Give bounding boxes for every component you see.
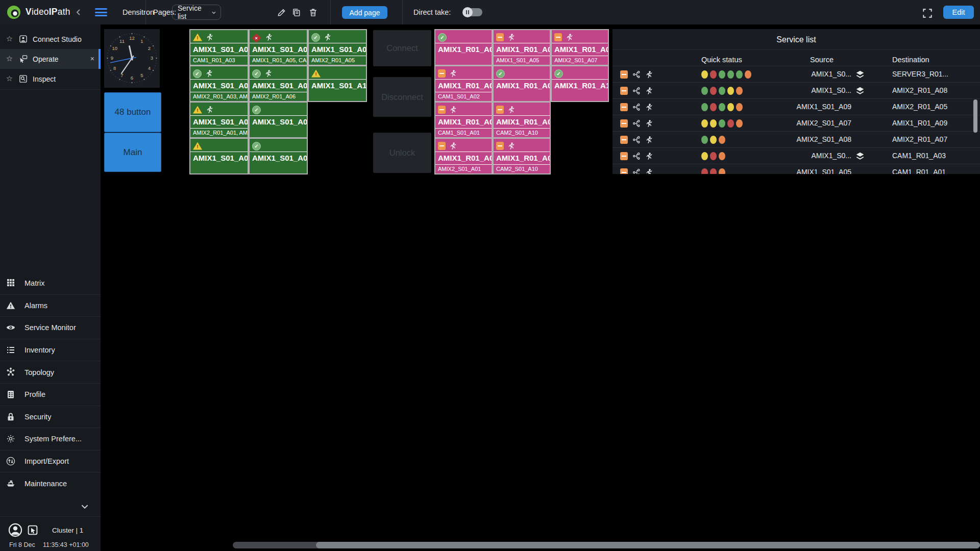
disconnect-button[interactable]: Disconnect xyxy=(373,77,431,117)
service-row[interactable]: AMIX2_S01_A07AMIX1_R01_A09 xyxy=(612,115,980,132)
direct-take-toggle[interactable] xyxy=(462,7,483,17)
button-title: AMIX1_S01_A10 xyxy=(309,79,366,92)
profile-icon xyxy=(6,389,16,399)
source-button[interactable]: ✓AMIX1_S01_A09AMIX2_R01_A05 xyxy=(309,30,366,65)
button-title: AMIX1_S01_A01 xyxy=(190,43,248,56)
dest-button[interactable]: AMIX1_R01_A07CAM2_S01_A10 xyxy=(494,103,550,137)
button-title: AMIX1_S01_A06 xyxy=(250,79,307,92)
sidebar-item-inspect[interactable]: ☆Inspect xyxy=(0,69,101,89)
running-man-icon xyxy=(449,106,457,114)
running-man-icon xyxy=(645,87,653,95)
pages-select[interactable]: Service list xyxy=(172,5,221,20)
minus-icon xyxy=(438,142,446,150)
clock-widget: 123456789101112 xyxy=(104,29,160,88)
session-jump-icon[interactable] xyxy=(27,524,39,536)
dest-button[interactable]: ✓AMIX1_R01_A06 xyxy=(494,66,550,101)
service-list-scrollbar[interactable] xyxy=(973,99,977,133)
sidebar-collapse-icon[interactable] xyxy=(75,8,83,16)
source-button[interactable]: ✓AMIX1_S01_A06AMIX2_R01_A06 xyxy=(250,66,307,101)
share-icon xyxy=(632,87,641,95)
rename-page-icon[interactable] xyxy=(277,8,286,17)
button-subtitle: AMIX1_S01_A05 xyxy=(494,56,550,64)
sidebar-item-import-export[interactable]: Import/Export xyxy=(0,450,101,472)
service-row[interactable]: AMIX1_S0...SERVER3_R01... xyxy=(612,66,980,83)
sidebar-expander[interactable] xyxy=(0,496,101,516)
add-page-button[interactable]: Add page xyxy=(342,6,387,19)
destination-cell: CAM1_R01_A03 xyxy=(892,152,946,160)
source-button[interactable]: !AMIX1_S01_A10 xyxy=(309,66,366,101)
status-dot-green xyxy=(719,70,725,79)
sidebar-item-label: Topology xyxy=(24,368,54,377)
service-row[interactable]: AMIX1_S01_A09AMIX2_R01_A05 xyxy=(612,99,980,115)
source-button[interactable]: !AMIX1_S01_A01CAM1_R01_A03 xyxy=(190,30,248,65)
panel-page-button-main[interactable]: Main xyxy=(104,133,161,172)
topology-icon xyxy=(6,367,16,377)
button-title: AMIX1_R01_A05 xyxy=(494,43,550,56)
delete-page-icon[interactable] xyxy=(308,8,318,17)
edit-button[interactable]: Edit xyxy=(943,6,974,19)
sidebar-item-alarms[interactable]: Alarms xyxy=(0,294,101,317)
menu-icon[interactable] xyxy=(95,8,107,16)
svg-text:9: 9 xyxy=(111,55,113,61)
canvas-hscroll-thumb[interactable] xyxy=(316,542,980,548)
favorite-star-icon[interactable]: ☆ xyxy=(5,34,14,43)
sidebar-item-topology[interactable]: Topology xyxy=(0,361,101,383)
button-status-icons xyxy=(494,30,550,43)
dest-button[interactable]: AMIX1_R01_A03CAM1_S01_A01 xyxy=(435,103,492,137)
sidebar-item-service-monitor[interactable]: Service Monitor xyxy=(0,316,101,339)
favorite-star-icon[interactable]: ☆ xyxy=(5,74,14,83)
dest-button[interactable]: ✓AMIX1_R01_A10 xyxy=(552,66,608,101)
service-row[interactable]: AMIX1_S0...AMIX2_R01_A08 xyxy=(612,83,980,99)
sidebar-item-maintenance[interactable]: Maintenance xyxy=(0,472,101,494)
divider xyxy=(145,0,146,24)
divider xyxy=(330,0,331,24)
button-status-icons: ! xyxy=(190,139,248,152)
button-status-icons: × xyxy=(250,30,307,43)
sidebar-item-inventory[interactable]: Inventory xyxy=(0,339,101,361)
source-button[interactable]: ✓AMIX1_S01_A08 xyxy=(250,139,307,173)
svg-text:6: 6 xyxy=(131,75,133,81)
row-icons xyxy=(620,99,653,115)
destination-cell: CAM1_R01_A01 xyxy=(892,168,946,174)
sidebar-item-connect-studio[interactable]: ☆Connect Studio xyxy=(0,29,101,49)
sidebar-item-security[interactable]: Security xyxy=(0,406,101,428)
fullscreen-icon[interactable] xyxy=(922,8,933,19)
dest-button[interactable]: AMIX1_R01_A05AMIX1_S01_A05 xyxy=(494,30,550,65)
sidebar-item-operate[interactable]: ☆Operate× xyxy=(0,49,101,69)
dest-button[interactable]: AMIX1_R01_A04AMIX2_S01_A01 xyxy=(435,139,492,173)
dest-button[interactable]: AMIX1_R01_A08CAM2_S01_A10 xyxy=(494,139,550,173)
dest-button[interactable]: AMIX1_R01_A09AMIX2_S01_A07 xyxy=(552,30,608,65)
service-row[interactable]: AMIX1_S0...CAM1_R01_A03 xyxy=(612,148,980,164)
dest-button[interactable]: ✓AMIX1_R01_A01 xyxy=(435,30,492,65)
favorite-star-icon[interactable]: ☆ xyxy=(5,54,14,63)
source-button[interactable]: !AMIX1_S01_A03AMIX2_R01_A01, AM... xyxy=(190,103,248,137)
source-button[interactable]: ✓AMIX1_S01_A07 xyxy=(250,103,307,137)
status-dot-yellow xyxy=(727,87,734,95)
sidebar-item-label: Profile xyxy=(24,390,45,398)
connect-button[interactable]: Connect xyxy=(373,30,431,66)
sidebar-item-label: Service Monitor xyxy=(24,323,76,332)
button-status-icons xyxy=(494,103,550,115)
user-avatar-icon[interactable] xyxy=(8,523,22,537)
status-dot-orange xyxy=(736,87,743,95)
button-title: AMIX1_S01_A04 xyxy=(190,152,248,164)
close-icon[interactable]: × xyxy=(90,55,94,63)
duplicate-page-icon[interactable] xyxy=(291,8,301,17)
source-button[interactable]: ✓AMIX1_S01_A02AMIX2_R01_A03, AM... xyxy=(190,66,248,101)
service-row[interactable]: AMIX2_S01_A08AMIX2_R01_A07 xyxy=(612,132,980,148)
dest-button[interactable]: AMIX1_R01_A02CAM1_S01_A02 xyxy=(435,66,492,101)
panel-page-button-48-button[interactable]: 48 button xyxy=(104,92,161,132)
sidebar-item-label: Security xyxy=(24,413,51,421)
sidebar-item-profile[interactable]: Profile xyxy=(0,383,101,406)
button-status-icons xyxy=(435,139,492,152)
row-icons xyxy=(620,115,653,132)
svg-text:12: 12 xyxy=(129,35,135,41)
sidebar-item-label: Matrix xyxy=(24,279,44,287)
unlock-button[interactable]: Unlock xyxy=(373,133,431,173)
source-button[interactable]: ×AMIX1_S01_A05AMIX1_R01_A05, CA... xyxy=(250,30,307,65)
operate-canvas: 123456789101112 48 buttonMain !AMIX1_S01… xyxy=(101,24,980,551)
sidebar-item-system-preferences[interactable]: System Prefere... xyxy=(0,428,101,450)
source-button[interactable]: !AMIX1_S01_A04 xyxy=(190,139,248,173)
service-row[interactable]: AMIX1_S01_A05CAM1_R01_A01 xyxy=(612,164,980,174)
sidebar-item-matrix[interactable]: Matrix xyxy=(0,272,101,294)
